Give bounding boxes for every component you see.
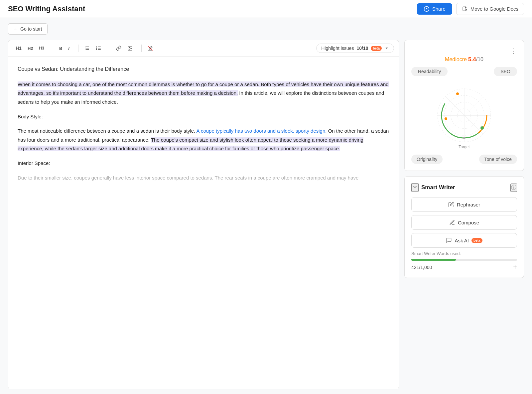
score-header: Mediocre 5.4/10 xyxy=(411,56,517,63)
radar-chart xyxy=(431,82,497,149)
score-menu-button[interactable]: ⋮ xyxy=(510,47,517,55)
svg-point-30 xyxy=(445,117,447,120)
highlight-issues-control[interactable]: Highlight issues 10/10 beta xyxy=(316,44,394,53)
divider3 xyxy=(110,45,110,52)
score-total: /10 xyxy=(476,57,483,62)
radar-chart-container: Target xyxy=(411,79,517,152)
compose-icon xyxy=(449,219,455,225)
chevron-down-icon xyxy=(384,46,389,51)
words-count: 421/1,000 xyxy=(411,265,432,270)
highlight-span-2: A coupe typically has two doors and a sl… xyxy=(197,128,327,134)
words-progress-fill xyxy=(411,259,456,261)
rephraser-button[interactable]: Rephraser xyxy=(411,197,517,212)
svg-point-8 xyxy=(96,47,97,48)
svg-point-10 xyxy=(96,49,97,50)
unordered-list-icon xyxy=(96,46,101,51)
arrow-left-icon: ← xyxy=(14,26,18,32)
header-actions: Share Move to Google Docs xyxy=(417,3,524,15)
svg-rect-13 xyxy=(98,49,101,50)
words-progress-track xyxy=(411,259,517,261)
editor-toolbar: H1 H2 H3 B I 1 2 3 xyxy=(8,40,399,57)
ask-ai-button[interactable]: Ask AI beta xyxy=(411,233,517,248)
ask-ai-icon xyxy=(446,237,452,243)
svg-point-29 xyxy=(456,92,459,95)
smart-writer-panel: Smart Writer ⓘ Rephraser Compose xyxy=(404,176,524,278)
clear-format-button[interactable] xyxy=(145,44,156,53)
section-heading-1: Body Style: xyxy=(18,112,389,121)
score-mediocre-label: Mediocre xyxy=(445,57,467,62)
rephraser-icon xyxy=(448,201,454,207)
image-icon xyxy=(127,46,133,51)
section-heading-2: Interior Space: xyxy=(18,159,389,168)
originality-tab[interactable]: Originality xyxy=(411,155,443,164)
svg-text:3: 3 xyxy=(85,49,86,50)
highlight-issues-label: Highlight issues xyxy=(321,46,354,51)
ask-ai-beta-badge: beta xyxy=(471,238,482,243)
list-group: 1 2 3 xyxy=(82,44,104,53)
clear-format-icon xyxy=(148,46,153,51)
heading1-button[interactable]: H1 xyxy=(13,44,24,53)
go-to-start-button[interactable]: ← Go to start xyxy=(8,23,48,35)
words-used-label: Smart Writer Words used: xyxy=(411,251,517,256)
svg-rect-12 xyxy=(98,48,101,49)
highlight-count: 10/10 xyxy=(356,46,368,51)
svg-rect-11 xyxy=(98,47,101,47)
collapse-button[interactable] xyxy=(411,183,419,192)
right-panel: ⋮ Mediocre 5.4/10 Readability SEO xyxy=(404,40,524,389)
share-button[interactable]: Share xyxy=(417,3,452,15)
bold-button[interactable]: B xyxy=(57,44,65,53)
svg-point-28 xyxy=(480,126,484,130)
paragraph-3: Due to their smaller size, coupes genera… xyxy=(18,174,389,182)
tone-of-voice-tab[interactable]: Tone of voice xyxy=(479,155,517,164)
smart-writer-header: Smart Writer ⓘ xyxy=(411,183,517,192)
editor-body[interactable]: Coupe vs Sedan: Understanding the Differ… xyxy=(8,57,399,389)
share-icon xyxy=(424,6,430,12)
header: SEO Writing Assistant Share Move to Goog… xyxy=(0,0,532,18)
svg-point-31 xyxy=(463,137,465,139)
paragraph-1: When it comes to choosing a car, one of … xyxy=(18,80,389,106)
divider1 xyxy=(53,45,53,52)
main-content: H1 H2 H3 B I 1 2 3 xyxy=(0,40,532,394)
text-format-group: B I xyxy=(57,44,72,53)
sub-header: ← Go to start xyxy=(0,18,532,40)
readability-tab[interactable]: Readability xyxy=(411,67,448,76)
svg-point-9 xyxy=(96,48,97,49)
insert-group xyxy=(113,44,135,53)
score-number: 5.4 xyxy=(468,56,476,63)
seo-tab[interactable]: SEO xyxy=(494,67,517,76)
heading2-button[interactable]: H2 xyxy=(25,44,36,53)
image-button[interactable] xyxy=(125,44,135,53)
info-button[interactable]: ⓘ xyxy=(510,184,517,192)
divider2 xyxy=(78,45,78,52)
docs-icon xyxy=(462,6,468,12)
smart-writer-title: Smart Writer xyxy=(421,184,508,191)
chevron-down-icon xyxy=(412,184,418,190)
heading-group: H1 H2 H3 xyxy=(13,44,47,53)
svg-point-15 xyxy=(129,47,130,48)
beta-badge: beta xyxy=(371,46,382,51)
document-title: Coupe vs Sedan: Understanding the Differ… xyxy=(18,65,389,73)
score-panel: ⋮ Mediocre 5.4/10 Readability SEO xyxy=(404,40,524,171)
heading3-button[interactable]: H3 xyxy=(37,44,47,52)
unordered-list-button[interactable] xyxy=(93,44,104,53)
ordered-list-icon: 1 2 3 xyxy=(84,46,90,51)
move-to-docs-button[interactable]: Move to Google Docs xyxy=(456,3,524,15)
add-words-button[interactable]: + xyxy=(513,263,517,271)
svg-rect-3 xyxy=(86,48,89,49)
radar-target-label: Target xyxy=(459,145,469,149)
link-button[interactable] xyxy=(113,44,124,53)
svg-rect-4 xyxy=(86,49,89,50)
divider4 xyxy=(141,45,142,52)
score-tabs: Readability SEO xyxy=(411,67,517,76)
svg-rect-2 xyxy=(86,47,89,47)
italic-button[interactable]: I xyxy=(66,44,72,53)
app-title: SEO Writing Assistant xyxy=(8,5,85,13)
score-bottom-labels: Originality Tone of voice xyxy=(411,155,517,164)
link-icon xyxy=(116,46,121,51)
compose-button[interactable]: Compose xyxy=(411,215,517,230)
words-count-row: 421/1,000 + xyxy=(411,263,517,271)
editor-panel: H1 H2 H3 B I 1 2 3 xyxy=(8,40,399,389)
ordered-list-button[interactable]: 1 2 3 xyxy=(82,44,92,53)
paragraph-2: The most noticeable difference between a… xyxy=(18,127,389,153)
